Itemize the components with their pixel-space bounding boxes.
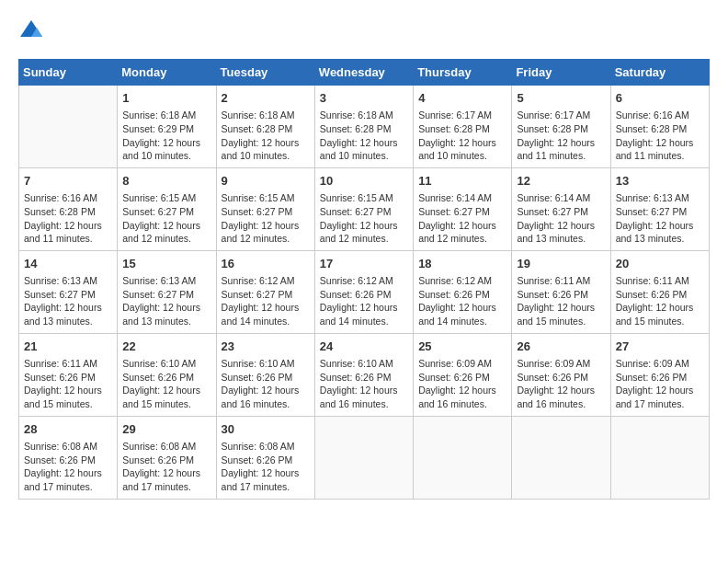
calendar-cell: 27Sunrise: 6:09 AM Sunset: 6:26 PM Dayli… <box>610 333 709 416</box>
calendar-cell: 30Sunrise: 6:08 AM Sunset: 6:26 PM Dayli… <box>216 416 314 499</box>
day-number: 4 <box>418 90 506 107</box>
day-info: Sunrise: 6:14 AM Sunset: 6:27 PM Dayligh… <box>517 191 605 246</box>
day-info: Sunrise: 6:15 AM Sunset: 6:27 PM Dayligh… <box>320 191 408 246</box>
day-info: Sunrise: 6:16 AM Sunset: 6:28 PM Dayligh… <box>24 191 112 246</box>
calendar-cell: 18Sunrise: 6:12 AM Sunset: 6:26 PM Dayli… <box>414 250 512 333</box>
day-info: Sunrise: 6:11 AM Sunset: 6:26 PM Dayligh… <box>517 274 605 328</box>
day-number: 28 <box>24 421 112 438</box>
calendar-cell: 25Sunrise: 6:09 AM Sunset: 6:26 PM Dayli… <box>414 333 512 416</box>
day-number: 25 <box>418 339 506 355</box>
calendar-cell: 3Sunrise: 6:18 AM Sunset: 6:28 PM Daylig… <box>314 86 413 168</box>
day-info: Sunrise: 6:13 AM Sunset: 6:27 PM Dayligh… <box>24 274 112 328</box>
day-number: 11 <box>418 173 506 190</box>
day-number: 13 <box>616 173 704 190</box>
logo <box>18 18 48 44</box>
day-number: 12 <box>517 173 605 190</box>
day-info: Sunrise: 6:17 AM Sunset: 6:28 PM Dayligh… <box>418 109 506 163</box>
day-number: 8 <box>122 173 210 190</box>
day-number: 17 <box>320 256 408 272</box>
day-info: Sunrise: 6:12 AM Sunset: 6:26 PM Dayligh… <box>418 274 506 328</box>
calendar-table: SundayMondayTuesdayWednesdayThursdayFrid… <box>18 59 710 500</box>
calendar-cell: 19Sunrise: 6:11 AM Sunset: 6:26 PM Dayli… <box>512 250 610 333</box>
calendar-cell: 14Sunrise: 6:13 AM Sunset: 6:27 PM Dayli… <box>19 250 118 333</box>
day-info: Sunrise: 6:08 AM Sunset: 6:26 PM Dayligh… <box>24 440 112 494</box>
day-info: Sunrise: 6:13 AM Sunset: 6:27 PM Dayligh… <box>122 274 210 328</box>
calendar-cell: 21Sunrise: 6:11 AM Sunset: 6:26 PM Dayli… <box>19 333 118 416</box>
day-number: 23 <box>222 339 310 355</box>
day-info: Sunrise: 6:18 AM Sunset: 6:29 PM Dayligh… <box>122 109 210 163</box>
calendar-cell <box>19 86 118 168</box>
header <box>18 18 710 44</box>
day-info: Sunrise: 6:08 AM Sunset: 6:26 PM Dayligh… <box>222 440 310 494</box>
calendar-cell <box>512 416 610 499</box>
calendar-cell: 16Sunrise: 6:12 AM Sunset: 6:27 PM Dayli… <box>216 250 314 333</box>
day-info: Sunrise: 6:12 AM Sunset: 6:27 PM Dayligh… <box>222 274 310 328</box>
day-number: 14 <box>24 256 112 272</box>
day-number: 7 <box>24 173 112 190</box>
calendar-cell: 8Sunrise: 6:15 AM Sunset: 6:27 PM Daylig… <box>118 167 216 250</box>
day-info: Sunrise: 6:18 AM Sunset: 6:28 PM Dayligh… <box>222 109 310 163</box>
day-info: Sunrise: 6:08 AM Sunset: 6:26 PM Dayligh… <box>122 440 210 494</box>
day-number: 21 <box>24 339 112 355</box>
day-header: Tuesday <box>216 60 314 86</box>
calendar-cell: 28Sunrise: 6:08 AM Sunset: 6:26 PM Dayli… <box>19 416 118 499</box>
day-header: Wednesday <box>314 60 413 86</box>
calendar-week-row: 28Sunrise: 6:08 AM Sunset: 6:26 PM Dayli… <box>19 416 710 499</box>
day-number: 27 <box>616 339 704 355</box>
day-header: Friday <box>512 60 610 86</box>
calendar-week-row: 21Sunrise: 6:11 AM Sunset: 6:26 PM Dayli… <box>19 333 710 416</box>
logo-icon <box>18 18 44 44</box>
day-info: Sunrise: 6:09 AM Sunset: 6:26 PM Dayligh… <box>517 357 605 411</box>
calendar-cell: 9Sunrise: 6:15 AM Sunset: 6:27 PM Daylig… <box>216 167 314 250</box>
calendar-cell: 7Sunrise: 6:16 AM Sunset: 6:28 PM Daylig… <box>19 167 118 250</box>
day-number: 5 <box>517 90 605 107</box>
calendar-header-row: SundayMondayTuesdayWednesdayThursdayFrid… <box>19 60 710 86</box>
day-number: 9 <box>222 173 310 190</box>
calendar-cell: 22Sunrise: 6:10 AM Sunset: 6:26 PM Dayli… <box>118 333 216 416</box>
calendar-cell: 10Sunrise: 6:15 AM Sunset: 6:27 PM Dayli… <box>314 167 413 250</box>
calendar-cell: 12Sunrise: 6:14 AM Sunset: 6:27 PM Dayli… <box>512 167 610 250</box>
day-number: 3 <box>320 90 408 107</box>
day-info: Sunrise: 6:12 AM Sunset: 6:26 PM Dayligh… <box>320 274 408 328</box>
calendar-week-row: 7Sunrise: 6:16 AM Sunset: 6:28 PM Daylig… <box>19 167 710 250</box>
day-number: 22 <box>122 339 210 355</box>
day-header: Sunday <box>19 60 118 86</box>
calendar-week-row: 1Sunrise: 6:18 AM Sunset: 6:29 PM Daylig… <box>19 86 710 168</box>
day-info: Sunrise: 6:17 AM Sunset: 6:28 PM Dayligh… <box>517 109 605 163</box>
day-header: Thursday <box>414 60 512 86</box>
day-number: 20 <box>616 256 704 272</box>
day-number: 18 <box>418 256 506 272</box>
day-info: Sunrise: 6:15 AM Sunset: 6:27 PM Dayligh… <box>122 191 210 246</box>
calendar-cell: 11Sunrise: 6:14 AM Sunset: 6:27 PM Dayli… <box>414 167 512 250</box>
calendar-cell: 2Sunrise: 6:18 AM Sunset: 6:28 PM Daylig… <box>216 86 314 168</box>
day-info: Sunrise: 6:09 AM Sunset: 6:26 PM Dayligh… <box>616 357 704 411</box>
calendar-cell: 29Sunrise: 6:08 AM Sunset: 6:26 PM Dayli… <box>118 416 216 499</box>
day-info: Sunrise: 6:10 AM Sunset: 6:26 PM Dayligh… <box>122 357 210 411</box>
day-number: 26 <box>517 339 605 355</box>
calendar-cell: 24Sunrise: 6:10 AM Sunset: 6:26 PM Dayli… <box>314 333 413 416</box>
day-number: 29 <box>122 421 210 438</box>
day-number: 19 <box>517 256 605 272</box>
day-number: 10 <box>320 173 408 190</box>
calendar-cell <box>314 416 413 499</box>
day-header: Saturday <box>610 60 709 86</box>
day-info: Sunrise: 6:10 AM Sunset: 6:26 PM Dayligh… <box>222 357 310 411</box>
day-info: Sunrise: 6:15 AM Sunset: 6:27 PM Dayligh… <box>222 191 310 246</box>
day-number: 6 <box>616 90 704 107</box>
calendar-cell <box>610 416 709 499</box>
day-number: 16 <box>222 256 310 272</box>
day-info: Sunrise: 6:16 AM Sunset: 6:28 PM Dayligh… <box>616 109 704 163</box>
calendar-cell: 5Sunrise: 6:17 AM Sunset: 6:28 PM Daylig… <box>512 86 610 168</box>
calendar-week-row: 14Sunrise: 6:13 AM Sunset: 6:27 PM Dayli… <box>19 250 710 333</box>
day-info: Sunrise: 6:14 AM Sunset: 6:27 PM Dayligh… <box>418 191 506 246</box>
calendar-cell: 6Sunrise: 6:16 AM Sunset: 6:28 PM Daylig… <box>610 86 709 168</box>
calendar-cell <box>414 416 512 499</box>
calendar-cell: 13Sunrise: 6:13 AM Sunset: 6:27 PM Dayli… <box>610 167 709 250</box>
calendar-cell: 4Sunrise: 6:17 AM Sunset: 6:28 PM Daylig… <box>414 86 512 168</box>
day-info: Sunrise: 6:13 AM Sunset: 6:27 PM Dayligh… <box>616 191 704 246</box>
day-info: Sunrise: 6:09 AM Sunset: 6:26 PM Dayligh… <box>418 357 506 411</box>
calendar-cell: 15Sunrise: 6:13 AM Sunset: 6:27 PM Dayli… <box>118 250 216 333</box>
calendar-cell: 26Sunrise: 6:09 AM Sunset: 6:26 PM Dayli… <box>512 333 610 416</box>
day-number: 1 <box>122 90 210 107</box>
day-number: 15 <box>122 256 210 272</box>
